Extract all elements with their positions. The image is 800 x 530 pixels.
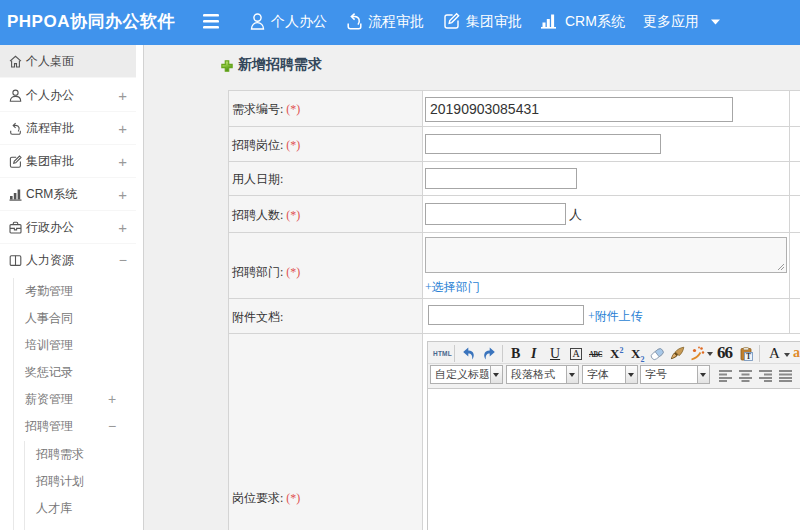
svg-text:T: T <box>746 352 751 361</box>
